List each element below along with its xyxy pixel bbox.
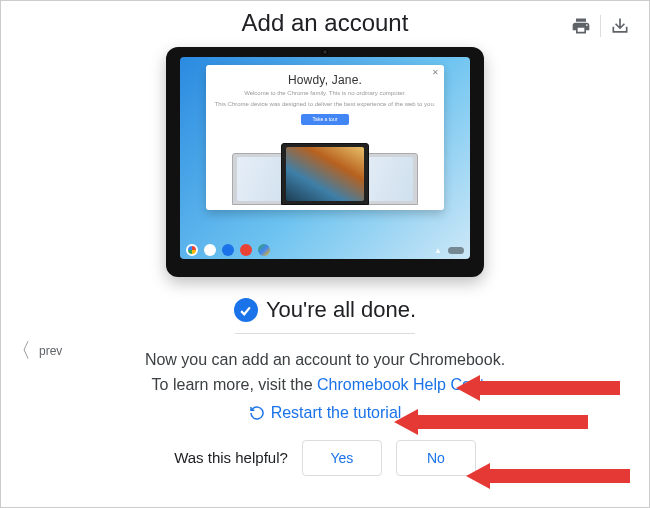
done-separator <box>235 333 415 334</box>
modal-subtitle-2: This Chrome device was designed to deliv… <box>215 101 436 109</box>
messages-icon <box>222 244 234 256</box>
page-title: Add an account <box>242 9 409 37</box>
prev-label: prev <box>39 344 62 358</box>
prev-nav[interactable]: 〈 prev <box>11 337 62 364</box>
header-divider <box>600 15 601 37</box>
annotation-arrow <box>394 409 588 435</box>
annotation-arrow <box>456 375 620 401</box>
print-icon[interactable] <box>566 11 596 41</box>
annotation-arrow <box>466 463 630 489</box>
feedback-yes-button[interactable]: Yes <box>302 440 382 476</box>
play-store-icon <box>258 244 270 256</box>
desc-line-2-prefix: To learn more, visit the <box>152 376 317 393</box>
feedback-no-button[interactable]: No <box>396 440 476 476</box>
check-icon <box>234 298 258 322</box>
modal-subtitle-1: Welcome to the Chrome family. This is no… <box>244 90 406 98</box>
download-icon[interactable] <box>605 11 635 41</box>
gmail-icon <box>204 244 216 256</box>
youtube-icon <box>240 244 252 256</box>
desc-line-1: Now you can add an account to your Chrom… <box>1 348 649 373</box>
tablet-dock: ▲ <box>180 241 470 259</box>
feedback-label: Was this helpful? <box>174 449 288 466</box>
chrome-icon <box>186 244 198 256</box>
restart-tutorial-link[interactable]: Restart the tutorial <box>271 404 402 422</box>
camera-icon <box>322 49 328 55</box>
done-heading: You're all done. <box>266 297 416 323</box>
close-icon: ✕ <box>432 68 439 77</box>
chevron-left-icon: 〈 <box>11 337 31 364</box>
tablet-illustration: ✕ Howdy, Jane. Welcome to the Chrome fam… <box>166 47 484 277</box>
wifi-icon: ▲ <box>434 246 442 255</box>
welcome-modal: ✕ Howdy, Jane. Welcome to the Chrome fam… <box>206 65 444 210</box>
laptop-thumbnail <box>281 143 370 205</box>
modal-greeting: Howdy, Jane. <box>288 73 362 87</box>
refresh-icon <box>249 405 265 421</box>
take-tour-button: Take a tour <box>301 114 349 125</box>
status-pill <box>448 247 464 254</box>
